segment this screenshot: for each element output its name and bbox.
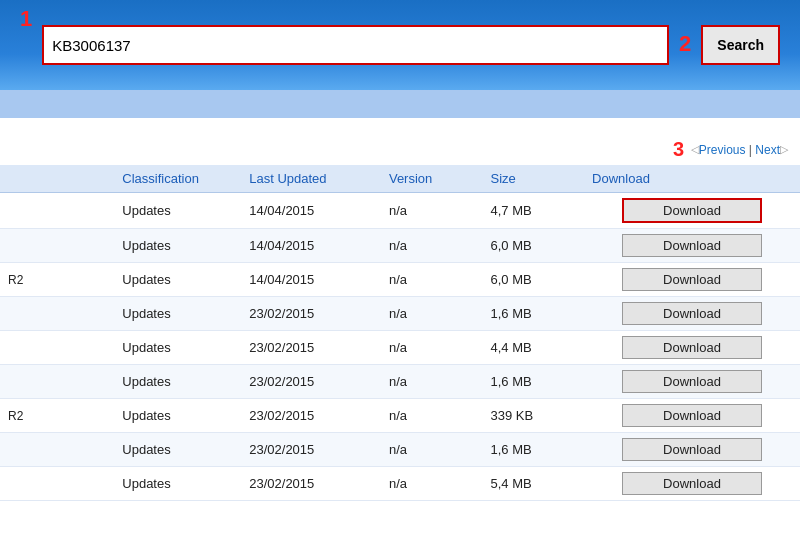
search-button[interactable]: Search <box>701 25 780 65</box>
col-header-name <box>0 165 114 193</box>
download-button[interactable]: Download <box>622 268 762 291</box>
cell-version: n/a <box>381 331 483 365</box>
download-button[interactable]: Download <box>622 302 762 325</box>
cell-lastupdated: 23/02/2015 <box>241 433 381 467</box>
cell-lastupdated: 23/02/2015 <box>241 331 381 365</box>
cell-version: n/a <box>381 229 483 263</box>
cell-size: 4,7 MB <box>483 193 585 229</box>
cell-size: 6,0 MB <box>483 263 585 297</box>
table-row: Updates23/02/2015n/a4,4 MBDownload <box>0 331 800 365</box>
download-button[interactable]: Download <box>622 198 762 223</box>
cell-size: 5,4 MB <box>483 467 585 501</box>
cell-name <box>0 297 114 331</box>
table-row: R2Updates14/04/2015n/a6,0 MBDownload <box>0 263 800 297</box>
cell-version: n/a <box>381 365 483 399</box>
header: 1 2 Search <box>0 0 800 90</box>
spacer <box>0 118 800 136</box>
cell-download: Download <box>584 365 800 399</box>
cell-download: Download <box>584 297 800 331</box>
label-3: 3 <box>673 138 684 161</box>
cell-version: n/a <box>381 433 483 467</box>
cell-name <box>0 331 114 365</box>
next-link[interactable]: Next <box>755 143 780 157</box>
search-area: 2 Search <box>42 25 780 65</box>
cell-size: 1,6 MB <box>483 433 585 467</box>
table-row: R2Updates23/02/2015n/a339 KBDownload <box>0 399 800 433</box>
label-2: 2 <box>679 33 691 55</box>
cell-lastupdated: 23/02/2015 <box>241 399 381 433</box>
col-header-classification: Classification <box>114 165 241 193</box>
cell-classification: Updates <box>114 433 241 467</box>
cell-version: n/a <box>381 399 483 433</box>
cell-download: Download <box>584 399 800 433</box>
cell-classification: Updates <box>114 297 241 331</box>
results-table: Classification Last Updated Version Size… <box>0 165 800 501</box>
cell-download: Download <box>584 467 800 501</box>
cell-name <box>0 193 114 229</box>
download-button[interactable]: Download <box>622 472 762 495</box>
pagination-row: 3 ◁ Previous | Next ▷ <box>0 136 800 165</box>
cell-classification: Updates <box>114 263 241 297</box>
cell-name <box>0 365 114 399</box>
next-arrow: ▷ <box>780 143 788 156</box>
col-header-size: Size <box>483 165 585 193</box>
download-button[interactable]: Download <box>622 370 762 393</box>
subheader-band <box>0 90 800 118</box>
cell-download: Download <box>584 263 800 297</box>
cell-size: 6,0 MB <box>483 229 585 263</box>
table-row: Updates23/02/2015n/a5,4 MBDownload <box>0 467 800 501</box>
download-button[interactable]: Download <box>622 404 762 427</box>
cell-size: 1,6 MB <box>483 365 585 399</box>
table-header-row: Classification Last Updated Version Size… <box>0 165 800 193</box>
col-header-version: Version <box>381 165 483 193</box>
cell-classification: Updates <box>114 467 241 501</box>
download-button[interactable]: Download <box>622 336 762 359</box>
table-row: Updates14/04/2015n/a6,0 MBDownload <box>0 229 800 263</box>
cell-version: n/a <box>381 467 483 501</box>
cell-version: n/a <box>381 297 483 331</box>
cell-download: Download <box>584 193 800 229</box>
cell-classification: Updates <box>114 365 241 399</box>
cell-lastupdated: 14/04/2015 <box>241 229 381 263</box>
cell-name <box>0 433 114 467</box>
cell-lastupdated: 14/04/2015 <box>241 193 381 229</box>
table-row: Updates23/02/2015n/a1,6 MBDownload <box>0 433 800 467</box>
cell-name <box>0 229 114 263</box>
cell-lastupdated: 23/02/2015 <box>241 467 381 501</box>
col-header-download: Download <box>584 165 800 193</box>
cell-version: n/a <box>381 193 483 229</box>
download-button[interactable]: Download <box>622 234 762 257</box>
cell-classification: Updates <box>114 331 241 365</box>
cell-version: n/a <box>381 263 483 297</box>
search-input[interactable] <box>42 25 669 65</box>
cell-classification: Updates <box>114 399 241 433</box>
download-button[interactable]: Download <box>622 438 762 461</box>
cell-size: 339 KB <box>483 399 585 433</box>
label-1: 1 <box>20 8 32 30</box>
cell-download: Download <box>584 229 800 263</box>
cell-name: R2 <box>0 263 114 297</box>
cell-download: Download <box>584 331 800 365</box>
cell-lastupdated: 14/04/2015 <box>241 263 381 297</box>
table-row: Updates23/02/2015n/a1,6 MBDownload <box>0 297 800 331</box>
table-row: Updates23/02/2015n/a1,6 MBDownload <box>0 365 800 399</box>
cell-name: R2 <box>0 399 114 433</box>
cell-size: 1,6 MB <box>483 297 585 331</box>
prev-arrow: ◁ <box>691 143 699 156</box>
cell-download: Download <box>584 433 800 467</box>
cell-classification: Updates <box>114 229 241 263</box>
cell-name <box>0 467 114 501</box>
col-header-lastupdated: Last Updated <box>241 165 381 193</box>
cell-size: 4,4 MB <box>483 331 585 365</box>
cell-lastupdated: 23/02/2015 <box>241 365 381 399</box>
cell-lastupdated: 23/02/2015 <box>241 297 381 331</box>
pagination-separator: | <box>749 143 752 157</box>
cell-classification: Updates <box>114 193 241 229</box>
table-row: Updates14/04/2015n/a4,7 MBDownload <box>0 193 800 229</box>
previous-link[interactable]: Previous <box>699 143 746 157</box>
